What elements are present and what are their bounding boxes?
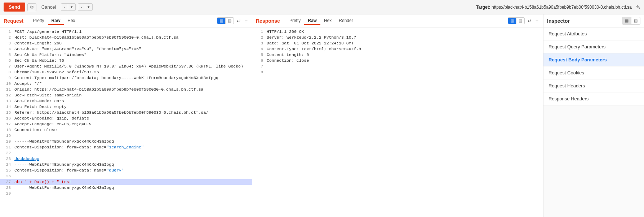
- nav-prev-button[interactable]: ‹: [61, 4, 68, 10]
- line-content: User-Agent: Mozilla/5.0 (Windows NT 10.0…: [14, 64, 243, 69]
- request-line: 4Sec-Ch-Ua: "Not;A=Brand";v="99", "Chrom…: [0, 46, 252, 52]
- nav-prev-group: ‹ ▾: [61, 3, 76, 11]
- edit-target-icon[interactable]: ✎: [636, 4, 640, 10]
- line-number: 4: [255, 46, 263, 52]
- line-number: 6: [3, 58, 11, 64]
- line-number: 8: [255, 69, 263, 75]
- line-content: Chrome/106.0.5249.62 Safari/537.36: [14, 69, 99, 75]
- line-number: 12: [3, 92, 11, 98]
- line-number: 2: [255, 35, 263, 40]
- inspector-item[interactable]: Request Attributes: [543, 27, 644, 40]
- target-url: https://blackhat4-b158a61b5a90a5fbeb9b7e…: [492, 5, 632, 10]
- response-title: Response: [256, 18, 280, 24]
- line-content: Content-Length: 268: [14, 40, 62, 46]
- line-content: Accept-Encoding: gzip, deflate: [14, 116, 89, 121]
- line-number: 27: [3, 179, 11, 185]
- line-content: ------WebKitFormBoundaryxgcK4m6XcH3mIpgq: [14, 139, 114, 144]
- line-content: Date: Sat, 01 Oct 2022 12:24:18 GMT: [267, 40, 354, 46]
- request-line: 23duckduckgo: [0, 156, 252, 162]
- line-number: 28: [3, 185, 11, 191]
- response-panel: Response PrettyRawHexRender ▦ ▤ ↵ ≡ 1HTT…: [252, 14, 543, 217]
- response-tab-hex[interactable]: Hex: [320, 17, 335, 25]
- inspector-item[interactable]: Request Headers: [543, 79, 644, 92]
- response-tab-render[interactable]: Render: [335, 17, 356, 25]
- response-wrap-icon[interactable]: ↵: [527, 17, 533, 25]
- request-tab-raw[interactable]: Raw: [48, 17, 64, 25]
- request-line: 16Accept-Encoding: gzip, deflate: [0, 116, 252, 121]
- line-content: Content-Type: text/html; charset=utf-8: [267, 46, 361, 52]
- line-number: 20: [3, 139, 11, 144]
- response-menu-icon[interactable]: ≡: [535, 17, 539, 25]
- request-line: 18Connection: close: [0, 127, 252, 133]
- request-panel-icons: ▦ ▤ ↵ ≡: [215, 17, 248, 25]
- response-line: 5Content-Length: 0: [252, 52, 543, 58]
- line-number: 7: [3, 64, 11, 69]
- line-number: 3: [255, 40, 263, 46]
- request-panel: Request PrettyRawHex ▦ ▤ ↵ ≡ 1POST /api/…: [0, 14, 252, 217]
- request-line: 24------WebKitFormBoundaryxgcK4m6XcH3mIp…: [0, 162, 252, 168]
- response-tab-raw[interactable]: Raw: [304, 17, 320, 25]
- inspector-item[interactable]: Request Body Parameters: [543, 53, 644, 66]
- line-content: POST /api/generate HTTP/1.1: [14, 29, 81, 35]
- line-number: 7: [255, 64, 263, 69]
- inspector-item[interactable]: Response Headers: [543, 92, 644, 105]
- inspector-view-btn2[interactable]: ▤: [631, 17, 640, 24]
- response-view-toggle: ▦ ▤: [508, 17, 525, 24]
- send-button[interactable]: Send: [4, 3, 25, 12]
- line-content: ------WebKitFormBoundaryxgcK4m6XcH3mIpgq: [14, 162, 114, 168]
- request-line: 26: [0, 173, 252, 179]
- nav-next2-button[interactable]: ▾: [85, 4, 92, 10]
- request-view-btn2[interactable]: ▤: [226, 18, 234, 24]
- request-line: 1POST /api/generate HTTP/1.1: [0, 29, 252, 35]
- request-tab-pretty[interactable]: Pretty: [29, 17, 48, 25]
- response-line: 3Date: Sat, 01 Oct 2022 12:24:18 GMT: [252, 40, 543, 46]
- request-line: 7User-Agent: Mozilla/5.0 (Windows NT 10.…: [0, 64, 252, 69]
- request-line: 13Sec-Fetch-Mode: cors: [0, 98, 252, 104]
- line-number: 5: [3, 52, 11, 58]
- request-header: Request PrettyRawHex ▦ ▤ ↵ ≡: [0, 14, 252, 27]
- request-menu-icon[interactable]: ≡: [244, 17, 248, 25]
- nav-next-button[interactable]: ›: [78, 4, 85, 10]
- toolbar: Send ⚙ Cancel ‹ ▾ › ▾ Target: https://bl…: [0, 0, 644, 14]
- line-number: 4: [3, 46, 11, 52]
- line-content: Content-Disposition: form-data; name="se…: [14, 144, 144, 150]
- line-content: Connection: close: [267, 58, 309, 64]
- inspector-item[interactable]: Request Query Parameters: [543, 40, 644, 53]
- line-content: Host: blackhat4-b158a61b5a90a5fbeb9b7eb0…: [14, 35, 178, 40]
- request-code-area[interactable]: 1POST /api/generate HTTP/1.12Host: black…: [0, 27, 252, 217]
- line-content: Origin: https://blackhat4-b158a61b5a90a5…: [14, 87, 204, 92]
- line-content: Sec-Fetch-Dest: empty: [14, 104, 67, 110]
- response-tab-pretty[interactable]: Pretty: [286, 17, 304, 25]
- inspector-view-btn1[interactable]: ▦: [622, 17, 631, 24]
- line-number: 26: [3, 173, 11, 179]
- line-content: Sec-Ch-Ua: "Not;A=Brand";v="99", "Chromi…: [14, 46, 141, 52]
- highlighted-text: abc " + Date() + " test: [14, 179, 72, 184]
- inspector-panel: Inspector ▦ ▤ Request AttributesRequest …: [543, 14, 644, 217]
- line-number: 13: [3, 98, 11, 104]
- response-view-btn1[interactable]: ▦: [508, 18, 516, 24]
- response-code-area[interactable]: 1HTTP/1.1 200 OK2Server: Werkzeug/2.2.2 …: [252, 27, 543, 217]
- request-line: 21Content-Disposition: form-data; name="…: [0, 144, 252, 150]
- request-line: 19: [0, 133, 252, 139]
- request-line: 2Host: blackhat4-b158a61b5a90a5fbeb9b7eb…: [0, 35, 252, 40]
- cancel-button[interactable]: Cancel: [39, 3, 59, 11]
- line-content: Sec-Fetch-Site: same-origin: [14, 92, 81, 98]
- settings-button[interactable]: ⚙: [27, 3, 36, 11]
- request-tabs: PrettyRawHex: [29, 17, 79, 25]
- request-view-toggle: ▦ ▤: [217, 17, 234, 24]
- line-number: 15: [3, 110, 11, 116]
- request-tab-hex[interactable]: Hex: [64, 17, 79, 25]
- request-wrap-icon[interactable]: ↵: [236, 17, 242, 25]
- request-view-btn1[interactable]: ▦: [217, 18, 226, 24]
- nav-prev2-button[interactable]: ▾: [68, 4, 75, 10]
- line-number: 16: [3, 116, 11, 121]
- line-content: Connection: close: [14, 127, 57, 133]
- response-line: 4Content-Type: text/html; charset=utf-8: [252, 46, 543, 52]
- string-value: "search_engine": [106, 145, 144, 149]
- response-view-btn2[interactable]: ▤: [516, 18, 524, 24]
- inspector-item[interactable]: Request Cookies: [543, 66, 644, 79]
- link-value[interactable]: duckduckgo: [14, 156, 39, 161]
- line-content: Server: Werkzeug/2.2.2 Python/3.10.7: [267, 35, 356, 40]
- inspector-header: Inspector ▦ ▤: [543, 14, 644, 27]
- line-content: Sec-Fetch-Mode: cors: [14, 98, 64, 104]
